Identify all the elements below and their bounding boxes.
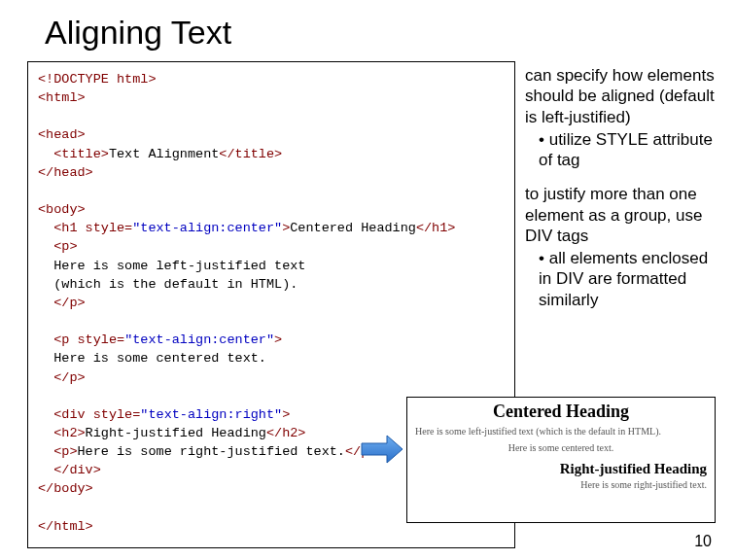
code-text: Here is some right-justified text. xyxy=(78,444,345,459)
code-tag: <div style= xyxy=(38,407,140,422)
code-text: Here is some centered text. xyxy=(38,351,266,366)
code-tag: </body> xyxy=(38,481,93,496)
code-tag: <p> xyxy=(38,239,78,254)
code-tag: <head> xyxy=(38,127,86,142)
explanation-text: can specify how elements should be align… xyxy=(525,65,715,310)
arrow-icon xyxy=(360,433,404,466)
page-number: 10 xyxy=(694,533,712,550)
code-tag: <title> xyxy=(38,147,109,161)
code-tag: > xyxy=(282,407,290,422)
code-tag: </title> xyxy=(219,147,282,161)
code-text: Centered Heading xyxy=(290,221,416,235)
code-tag: </p> xyxy=(38,296,86,310)
code-tag: </p> xyxy=(38,370,86,385)
code-tag: <h1 style= xyxy=(38,221,132,235)
explanation-para: to justify more than one element as a gr… xyxy=(525,185,702,245)
code-tag: <p style= xyxy=(38,332,124,347)
code-tag: </h1> xyxy=(416,221,456,235)
bullet-item: utilize STYLE attribute of tag xyxy=(539,129,715,171)
code-text: (which is the default in HTML). xyxy=(38,277,298,292)
code-string: "text-align:right" xyxy=(140,407,282,422)
code-tag: <!DOCTYPE html> xyxy=(38,72,157,87)
preview-paragraph: Here is some centered text. xyxy=(415,442,707,453)
preview-heading-2: Right-justified Heading xyxy=(415,461,707,477)
preview-paragraph: Here is some left-justified text (which … xyxy=(415,426,707,437)
code-tag: </h2> xyxy=(266,426,306,440)
explanation-para: can specify how elements should be align… xyxy=(525,66,715,126)
code-text: Here is some left-justified text xyxy=(38,259,305,273)
code-string: "text-align:center" xyxy=(132,221,282,235)
rendered-preview-box: Centered Heading Here is some left-justi… xyxy=(406,397,716,523)
code-tag: </div> xyxy=(38,463,101,477)
code-tag: <html> xyxy=(38,90,86,105)
preview-paragraph: Here is some right-justified text. xyxy=(415,479,707,490)
code-tag: <p> xyxy=(38,444,78,459)
code-string: "text-align:center" xyxy=(124,332,274,347)
code-tag: <body> xyxy=(38,202,86,217)
bullet-item: all elements enclosed in DIV are formatt… xyxy=(539,248,715,310)
code-tag: </html> xyxy=(38,519,93,534)
code-tag: <h2> xyxy=(38,426,86,440)
code-tag: > xyxy=(274,332,282,347)
code-text: Text Alignment xyxy=(109,147,219,161)
slide-title: Aligning Text xyxy=(0,0,735,61)
preview-heading-1: Centered Heading xyxy=(415,402,707,422)
code-text: Right-justified Heading xyxy=(86,426,266,440)
code-tag: </head> xyxy=(38,165,93,180)
